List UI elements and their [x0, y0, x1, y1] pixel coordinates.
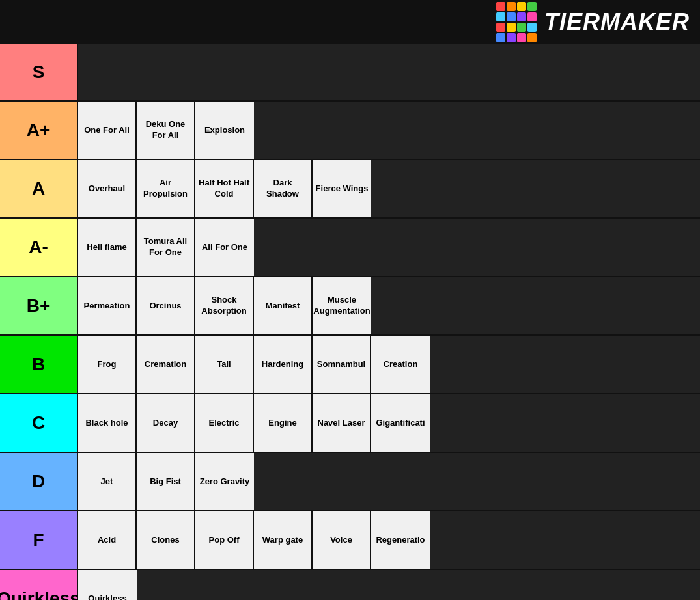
tier-row-b: BFrogCremationTailHardeningSomnambulCrea…	[0, 336, 700, 394]
tier-label-b+: B+	[0, 277, 78, 334]
tier-row-d: DJetBig FistZero Gravity	[0, 453, 700, 511]
tier-row-f: FAcidClonesPop OffWarp gateVoiceRegenera…	[0, 511, 700, 570]
tier-items-a: OverhaulAir PropulsionHalf Hot Half Cold…	[78, 160, 700, 217]
tier-item[interactable]: One For All	[78, 102, 137, 159]
tier-row-s: S	[0, 44, 700, 102]
tier-item[interactable]: Zero Gravity	[195, 453, 254, 510]
tier-item[interactable]: Muscle Augmentation	[313, 277, 371, 334]
tier-item[interactable]: Fierce Wings	[313, 160, 371, 217]
tier-item[interactable]: Jet	[78, 453, 137, 510]
tier-item[interactable]: All For One	[195, 219, 254, 276]
tier-item[interactable]: Big Fist	[137, 453, 195, 510]
tier-item[interactable]: Hell flame	[78, 219, 137, 276]
tier-items-a-: Hell flameTomura All For OneAll For One	[78, 219, 700, 276]
tier-row-b+: B+PermeationOrcinusShock AbsorptionManif…	[0, 277, 700, 336]
tier-label-a: A	[0, 160, 78, 217]
tier-item[interactable]: Black hole	[78, 394, 137, 452]
tier-item[interactable]: Clones	[137, 511, 195, 569]
tier-item[interactable]: Dark Shadow	[254, 160, 313, 217]
tier-item[interactable]: Regeneratio	[371, 511, 430, 569]
tier-item[interactable]: Deku One For All	[137, 102, 195, 159]
tier-item[interactable]: Orcinus	[137, 277, 195, 334]
tier-item[interactable]: Hardening	[254, 336, 313, 393]
tier-label-b: B	[0, 336, 78, 393]
tier-row-a-: A-Hell flameTomura All For OneAll For On…	[0, 219, 700, 277]
tier-row-a: AOverhaulAir PropulsionHalf Hot Half Col…	[0, 160, 700, 219]
tier-label-s: S	[0, 44, 78, 100]
tier-items-b+: PermeationOrcinusShock AbsorptionManifes…	[78, 277, 700, 334]
tier-item[interactable]: Acid	[78, 511, 137, 569]
tier-item[interactable]: Decay	[137, 394, 195, 452]
tier-items-f: AcidClonesPop OffWarp gateVoiceRegenerat…	[78, 511, 700, 569]
tier-item[interactable]: Explosion	[195, 102, 254, 159]
tier-items-b: FrogCremationTailHardeningSomnambulCreat…	[78, 336, 700, 393]
tier-item[interactable]: Engine	[254, 394, 313, 452]
tier-label-f: F	[0, 511, 78, 569]
tier-item[interactable]: Tail	[195, 336, 254, 393]
tier-item[interactable]: Air Propulsion	[137, 160, 195, 217]
tier-label-c: C	[0, 394, 78, 452]
tier-item[interactable]: Manifest	[254, 277, 313, 334]
tier-item[interactable]: Tomura All For One	[137, 219, 195, 276]
tier-item[interactable]: Permeation	[78, 277, 137, 334]
logo-text: TiERMAKER	[544, 8, 690, 36]
tier-items-c: Black holeDecayElectricEngineNavel Laser…	[78, 394, 700, 452]
tier-label-a-: A-	[0, 219, 78, 276]
tiermaker-logo: TiERMAKER	[496, 2, 690, 42]
tier-label-quirkless: Quirkless	[0, 570, 78, 600]
tier-row-c: CBlack holeDecayElectricEngineNavel Lase…	[0, 394, 700, 453]
tier-item[interactable]: Somnambul	[313, 336, 371, 393]
tier-row-a+: A+One For AllDeku One For AllExplosion	[0, 102, 700, 160]
tier-item[interactable]: Pop Off	[195, 511, 254, 569]
tier-item[interactable]: Half Hot Half Cold	[195, 160, 254, 217]
tier-item[interactable]: Frog	[78, 336, 137, 393]
tier-items-a+: One For AllDeku One For AllExplosion	[78, 102, 700, 159]
tiers-container: SA+One For AllDeku One For AllExplosionA…	[0, 44, 700, 600]
tier-item[interactable]: Gigantificati	[371, 394, 430, 452]
logo-grid-icon	[496, 2, 537, 42]
tier-label-a+: A+	[0, 102, 78, 159]
tier-item[interactable]: Electric	[195, 394, 254, 452]
tier-item[interactable]: Creation	[371, 336, 430, 393]
tier-label-d: D	[0, 453, 78, 510]
tier-items-quirkless: Quirkless	[78, 570, 700, 600]
tier-item[interactable]: Overhaul	[78, 160, 137, 217]
header: TiERMAKER	[0, 0, 700, 44]
tier-items-d: JetBig FistZero Gravity	[78, 453, 700, 510]
tier-item[interactable]: Voice	[313, 511, 371, 569]
tier-item[interactable]: Cremation	[137, 336, 195, 393]
tier-item[interactable]: Navel Laser	[313, 394, 371, 452]
tier-item[interactable]: Warp gate	[254, 511, 313, 569]
tier-item[interactable]: Shock Absorption	[195, 277, 254, 334]
tier-item[interactable]: Quirkless	[78, 570, 137, 600]
tier-items-s	[78, 44, 700, 100]
tier-list: TiERMAKER SA+One For AllDeku One For All…	[0, 0, 700, 600]
tier-row-quirkless: QuirklessQuirkless	[0, 570, 700, 600]
